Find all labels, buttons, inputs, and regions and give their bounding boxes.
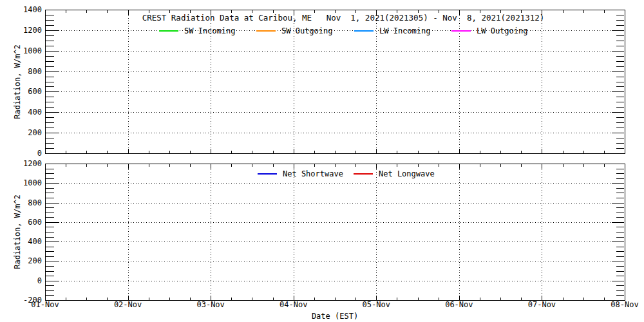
y-minor-tick: [616, 251, 624, 252]
y-gridline: [46, 281, 624, 281]
x-minor-tick: [480, 151, 480, 153]
y-minor-tick: [616, 56, 624, 57]
x-minor-tick: [418, 151, 419, 153]
y-gridline: [46, 133, 624, 133]
x-minor-tick: [500, 151, 501, 153]
y-minor-tick: [46, 198, 54, 198]
x-tick-label: 01-Nov: [23, 301, 68, 309]
y-minor-tick: [46, 20, 54, 21]
y-minor-tick: [46, 276, 54, 276]
y-tick-label: 1200: [0, 160, 42, 168]
legend-label: LW Incoming: [379, 26, 430, 35]
y-tick-label: 600: [0, 88, 42, 96]
y-minor-tick: [46, 86, 54, 87]
y-minor-tick: [46, 217, 54, 218]
legend-item-net-shortwave: Net Shortwave: [258, 169, 343, 178]
y-minor-tick: [46, 41, 54, 41]
y-major-tick: [46, 261, 59, 261]
x-minor-tick: [563, 298, 564, 300]
legend-line-swatch: [451, 30, 471, 32]
x-axis-title: Date (EST): [45, 312, 625, 321]
y-tick-label: 1200: [0, 26, 42, 35]
x-major-tick: [294, 149, 294, 153]
y-minor-tick: [616, 128, 624, 128]
x-minor-tick: [149, 164, 149, 167]
x-minor-tick: [563, 151, 564, 153]
x-gridline: [376, 164, 377, 299]
y-major-tick: [612, 30, 624, 31]
y-minor-tick: [46, 188, 54, 189]
y-minor-tick: [46, 271, 54, 272]
y-tick-label: 1000: [0, 47, 42, 55]
x-minor-tick: [480, 10, 480, 13]
x-minor-tick: [273, 298, 274, 300]
y-major-tick: [612, 281, 624, 281]
y-minor-tick: [616, 188, 624, 189]
x-minor-tick: [521, 164, 522, 167]
x-minor-tick: [314, 10, 315, 13]
x-major-tick: [211, 296, 211, 300]
x-major-tick: [376, 149, 377, 153]
x-minor-tick: [397, 10, 397, 13]
x-minor-tick: [86, 298, 87, 300]
x-gridline: [542, 164, 542, 299]
legend-label: SW Outgoing: [281, 26, 332, 35]
y-major-tick: [46, 51, 59, 52]
x-minor-tick: [439, 164, 439, 167]
y-minor-tick: [46, 251, 54, 252]
y-minor-tick: [46, 25, 54, 26]
y-minor-tick: [46, 122, 54, 123]
y-tick-label: 200: [0, 257, 42, 265]
y-minor-tick: [616, 66, 624, 67]
x-minor-tick: [335, 298, 336, 300]
y-minor-tick: [46, 256, 54, 257]
x-minor-tick: [355, 164, 356, 167]
x-minor-tick: [107, 10, 108, 13]
x-minor-tick: [190, 298, 191, 300]
y-minor-tick: [616, 256, 624, 257]
x-gridline: [459, 164, 460, 299]
legend-item-net-longwave: Net Longwave: [354, 169, 435, 178]
x-minor-tick: [231, 10, 232, 13]
legend-item-lw-incoming: LW Incoming: [354, 26, 430, 35]
x-major-tick: [376, 296, 377, 300]
x-tick-label: 06-Nov: [437, 301, 482, 309]
x-gridline: [294, 164, 294, 299]
y-minor-tick: [616, 86, 624, 87]
x-minor-tick: [190, 164, 191, 167]
x-minor-tick: [563, 10, 564, 13]
y-major-tick: [612, 183, 624, 184]
x-minor-tick: [397, 151, 397, 153]
x-minor-tick: [252, 298, 252, 300]
y-gridline: [46, 203, 624, 204]
y-tick-label: 0: [0, 277, 42, 285]
x-gridline: [211, 164, 211, 299]
y-major-tick: [46, 242, 59, 242]
y-minor-tick: [616, 97, 624, 97]
y-tick-label: 200: [0, 129, 42, 137]
y-minor-tick: [616, 61, 624, 62]
y-major-tick: [46, 183, 59, 184]
y-minor-tick: [616, 237, 624, 238]
y-gridline: [46, 261, 624, 261]
y-major-tick: [46, 133, 59, 133]
y-minor-tick: [616, 46, 624, 46]
y-minor-tick: [46, 35, 54, 36]
x-major-tick: [459, 164, 460, 169]
y-minor-tick: [616, 247, 624, 247]
x-major-tick: [459, 10, 460, 15]
x-minor-tick: [500, 164, 501, 167]
y-major-tick: [46, 30, 59, 31]
y-minor-tick: [616, 266, 624, 267]
y-minor-tick: [46, 247, 54, 247]
y-gridline: [46, 51, 624, 52]
x-major-tick: [376, 10, 377, 15]
x-minor-tick: [252, 10, 252, 13]
y-minor-tick: [616, 213, 624, 213]
x-major-tick: [459, 149, 460, 153]
y-minor-tick: [616, 178, 624, 179]
x-minor-tick: [439, 151, 439, 153]
y-minor-tick: [46, 232, 54, 232]
y-tick-label: 400: [0, 108, 42, 117]
x-minor-tick: [397, 164, 397, 167]
